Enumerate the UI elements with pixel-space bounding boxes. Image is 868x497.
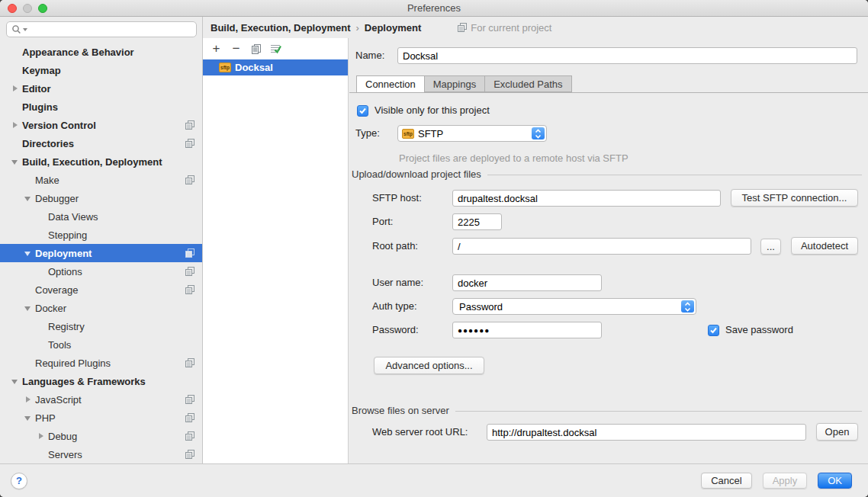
tree-expanded-arrow-icon[interactable] [9, 372, 22, 390]
visible-only-checkbox[interactable] [357, 105, 368, 117]
use-as-default-icon[interactable] [270, 43, 281, 55]
sidebar-item-options[interactable]: Options [0, 262, 202, 281]
type-label: Type: [355, 125, 380, 142]
tree-expanded-arrow-icon[interactable] [22, 244, 35, 262]
copy-server-icon[interactable] [250, 43, 262, 55]
sidebar-item-label: Editor [22, 83, 51, 95]
sidebar-item-docker[interactable]: Docker [0, 299, 202, 317]
tree-indent-spacer [35, 226, 48, 244]
root-path-input[interactable] [452, 238, 751, 255]
sidebar-item-tools[interactable]: Tools [0, 335, 202, 354]
sftp-host-input[interactable] [452, 190, 721, 207]
cancel-button[interactable]: Cancel [701, 473, 751, 489]
type-select[interactable]: sftp SFTP [397, 125, 547, 142]
password-label: Password: [372, 322, 419, 338]
visible-only-label: Visible only for this project [375, 102, 490, 119]
user-name-input[interactable] [452, 274, 602, 291]
advanced-options-button[interactable]: Advanced options... [374, 357, 484, 374]
sidebar-item-php[interactable]: PHP [0, 409, 202, 427]
password-input[interactable] [452, 322, 602, 338]
tab-excluded-paths[interactable]: Excluded Paths [484, 75, 571, 92]
breadcrumb-segment: Build, Execution, Deployment [211, 22, 350, 34]
sidebar-item-javascript[interactable]: JavaScript [0, 390, 202, 409]
sidebar-item-label: Registry [48, 321, 85, 332]
add-server-icon[interactable]: + [211, 43, 222, 55]
sidebar-item-data-views[interactable]: Data Views [0, 207, 202, 226]
port-input[interactable] [452, 213, 502, 230]
sidebar-item-label: Data Views [48, 211, 98, 223]
settings-search-field[interactable] [6, 21, 197, 37]
sidebar-item-appearance-behavior[interactable]: Appearance & Behavior [0, 43, 202, 61]
sidebar-item-plugins[interactable]: Plugins [0, 98, 202, 116]
sidebar-item-servers[interactable]: Servers [0, 445, 202, 463]
sidebar-item-build-execution-deployment[interactable]: Build, Execution, Deployment [0, 152, 202, 171]
tree-expanded-arrow-icon[interactable] [9, 152, 22, 171]
save-password-checkbox[interactable] [708, 325, 719, 336]
name-input[interactable] [397, 47, 857, 64]
test-connection-button[interactable]: Test SFTP connection... [731, 189, 858, 207]
settings-tree: Appearance & BehaviorKeymapEditorPlugins… [0, 43, 202, 463]
breadcrumb-separator: › [355, 22, 358, 34]
sidebar-item-directories[interactable]: Directories [0, 134, 202, 152]
user-name-label: User name: [372, 274, 423, 291]
sidebar-item-make[interactable]: Make [0, 171, 202, 189]
sidebar-item-label: Stepping [48, 229, 87, 241]
sidebar-item-keymap[interactable]: Keymap [0, 61, 202, 79]
help-button[interactable]: ? [11, 473, 27, 489]
tab-mappings[interactable]: Mappings [424, 75, 485, 92]
sidebar-item-coverage[interactable]: Coverage [0, 281, 202, 299]
autodetect-button[interactable]: Autodetect [791, 237, 858, 255]
sidebar-item-editor[interactable]: Editor [0, 79, 202, 98]
sidebar-item-registry[interactable]: Registry [0, 317, 202, 335]
sidebar-item-stepping[interactable]: Stepping [0, 226, 202, 244]
group-divider [487, 175, 862, 175]
sidebar-item-debugger[interactable]: Debugger [0, 189, 202, 207]
tree-collapsed-arrow-icon[interactable] [9, 116, 22, 134]
browse-group-title: Browse files on server [352, 405, 449, 416]
open-url-button[interactable]: Open [816, 423, 858, 441]
sidebar-item-label: Languages & Frameworks [22, 376, 146, 387]
scope-indicator: For current project [458, 22, 551, 34]
group-divider [455, 411, 862, 412]
preferences-window: Preferences Appearance & BehaviorKeymapE… [0, 0, 868, 497]
search-options-caret-icon[interactable] [23, 28, 27, 31]
type-hint: Project files are deployed to a remote h… [399, 152, 628, 164]
sidebar-item-label: Docker [35, 303, 66, 314]
scope-label: For current project [471, 22, 551, 34]
tree-expanded-arrow-icon[interactable] [22, 189, 35, 207]
port-label: Port: [372, 213, 393, 230]
close-window-button[interactable] [8, 4, 17, 13]
tree-expanded-arrow-icon[interactable] [22, 299, 35, 317]
dropdown-stepper-icon [532, 127, 545, 139]
project-scope-icon [185, 120, 194, 130]
remove-server-icon[interactable]: − [230, 43, 242, 55]
sidebar-item-label: JavaScript [35, 394, 82, 406]
sidebar-item-deployment[interactable]: Deployment [0, 244, 202, 262]
server-list-toolbar: +− [203, 38, 348, 59]
sidebar-item-languages-frameworks[interactable]: Languages & Frameworks [0, 372, 202, 390]
web-root-input[interactable] [487, 424, 806, 441]
sftp-file-icon: sftp [402, 129, 414, 139]
server-item-docksal[interactable]: sftp Docksal [203, 59, 348, 75]
web-root-label: Web server root URL: [372, 424, 468, 441]
tree-collapsed-arrow-icon[interactable] [35, 427, 48, 445]
project-scope-icon [185, 358, 194, 367]
tab-connection[interactable]: Connection [356, 75, 425, 93]
sidebar-item-label: Tools [48, 339, 71, 351]
tree-expanded-arrow-icon[interactable] [22, 409, 35, 427]
sidebar-item-debug[interactable]: Debug [0, 427, 202, 445]
tree-collapsed-arrow-icon[interactable] [22, 390, 35, 409]
sidebar-item-version-control[interactable]: Version Control [0, 116, 202, 134]
zoom-window-button[interactable] [38, 4, 47, 13]
sidebar-item-label: Options [48, 266, 82, 277]
ok-button[interactable]: OK [818, 473, 852, 489]
minimize-window-button[interactable] [23, 4, 32, 13]
apply-button[interactable]: Apply [763, 473, 808, 489]
tree-collapsed-arrow-icon[interactable] [9, 79, 22, 98]
server-list-column: +− sftp Docksal [203, 38, 349, 463]
browse-root-path-button[interactable]: ... [760, 239, 781, 255]
sidebar-item-required-plugins[interactable]: Required Plugins [0, 354, 202, 372]
sidebar-item-label: Appearance & Behavior [22, 46, 134, 58]
auth-type-select[interactable]: Password [452, 298, 696, 315]
dialog-footer: ? Cancel Apply OK [0, 463, 868, 497]
